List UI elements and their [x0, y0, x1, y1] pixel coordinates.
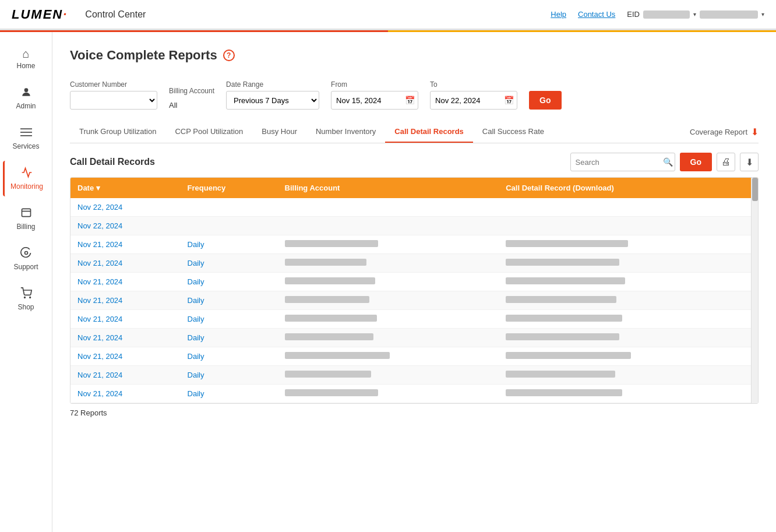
- date-link[interactable]: Nov 21, 2024: [77, 389, 122, 398]
- from-date-group: From 📅: [331, 80, 418, 110]
- billing-account-cell: ██████████████: [278, 329, 499, 347]
- help-icon[interactable]: ?: [223, 50, 235, 61]
- table-actions: 🔍 Go 🖨 ⬇: [570, 153, 759, 171]
- tab-trunk-group[interactable]: Trunk Group Utilization: [70, 121, 165, 143]
- to-calendar-icon[interactable]: 📅: [504, 96, 514, 105]
- table-header-row: Call Detail Records 🔍 Go 🖨 ⬇: [70, 153, 759, 171]
- frequency-cell: [181, 217, 278, 235]
- tab-call-detail[interactable]: Call Detail Records: [385, 121, 473, 143]
- download-cell: ████████████████████: [499, 254, 758, 273]
- table-row: Nov 21, 2024Daily███████████████████████…: [70, 366, 758, 385]
- table-row: Nov 21, 2024Daily███████████████████████…: [70, 291, 758, 310]
- filter-go-button[interactable]: Go: [529, 91, 561, 110]
- frequency-cell: Daily: [181, 273, 278, 291]
- svg-point-6: [24, 252, 27, 255]
- frequency-cell: Daily: [181, 254, 278, 273]
- billing-account-cell: ██████████████: [278, 366, 499, 385]
- tab-ccp-pool[interactable]: CCP Pool Utilization: [165, 121, 252, 143]
- table-header-row: Date ▾ Frequency Billing Account Call De…: [70, 178, 758, 198]
- date-link[interactable]: Nov 21, 2024: [77, 277, 122, 286]
- date-link[interactable]: Nov 21, 2024: [77, 371, 122, 379]
- customer-number-group: Customer Number: [70, 80, 157, 110]
- svg-rect-3: [20, 135, 32, 136]
- sidebar-item-admin[interactable]: Admin: [3, 80, 50, 116]
- download-cell: ████████████████████: [499, 273, 758, 291]
- sidebar-label-home: Home: [16, 62, 35, 70]
- billing-account-cell: ██████████████: [278, 235, 499, 254]
- date-link[interactable]: Nov 21, 2024: [77, 240, 122, 249]
- sidebar-item-home[interactable]: ⌂ Home: [3, 42, 50, 76]
- sidebar-item-services[interactable]: Services: [3, 121, 50, 156]
- app-title: Control Center: [85, 9, 146, 20]
- frequency-cell: Daily: [181, 291, 278, 310]
- sidebar-label-shop: Shop: [17, 303, 34, 311]
- date-link[interactable]: Nov 21, 2024: [77, 315, 122, 323]
- date-link[interactable]: Nov 21, 2024: [77, 296, 122, 305]
- search-go-button[interactable]: Go: [680, 153, 712, 171]
- user-dropdown-arrow[interactable]: ▾: [761, 11, 764, 17]
- sidebar-label-services: Services: [12, 142, 39, 150]
- tab-number-inventory[interactable]: Number Inventory: [306, 121, 385, 143]
- tab-call-success[interactable]: Call Success Rate: [473, 121, 553, 143]
- contact-link[interactable]: Contact Us: [578, 10, 615, 19]
- download-button[interactable]: ⬇: [740, 153, 759, 171]
- billing-icon: [20, 207, 32, 220]
- reports-count: 72 Reports: [70, 408, 759, 417]
- filter-row: Customer Number Billing Account All Date…: [70, 80, 759, 110]
- search-wrap: 🔍: [570, 153, 675, 171]
- scrollbar[interactable]: [751, 178, 758, 403]
- billing-account-cell: ██████████████: [278, 310, 499, 329]
- shop-icon: [20, 287, 32, 301]
- sidebar-item-monitoring[interactable]: Monitoring: [3, 161, 50, 196]
- col-billing-account: Billing Account: [278, 178, 499, 198]
- tabs-bar: Trunk Group Utilization CCP Pool Utiliza…: [70, 121, 759, 143]
- table-row: Nov 21, 2024Daily███████████████████████…: [70, 310, 758, 329]
- frequency-cell: Daily: [181, 329, 278, 347]
- sidebar-item-shop[interactable]: Shop: [3, 281, 50, 317]
- support-icon: [20, 247, 32, 260]
- sidebar-label-monitoring: Monitoring: [10, 182, 43, 191]
- to-date-wrap: 📅: [430, 91, 517, 110]
- table-row: Nov 22, 2024: [70, 217, 758, 235]
- main-content: Voice Complete Reports ? Customer Number…: [52, 30, 776, 532]
- date-range-label: Date Range: [226, 80, 319, 89]
- date-link[interactable]: Nov 22, 2024: [77, 203, 122, 212]
- eid-section: EID ▾ ▾: [627, 10, 764, 19]
- download-cell: ████████████████████: [499, 235, 758, 254]
- scrollbar-thumb: [752, 178, 758, 201]
- billing-account-cell: [278, 198, 499, 217]
- search-input[interactable]: [570, 153, 675, 171]
- table-row: Nov 22, 2024: [70, 198, 758, 217]
- date-link[interactable]: Nov 21, 2024: [77, 259, 122, 267]
- table-title: Call Detail Records: [70, 157, 155, 167]
- sidebar-item-support[interactable]: Support: [3, 241, 50, 277]
- lumen-logo: LUMEN·: [12, 7, 68, 22]
- from-date-label: From: [331, 80, 418, 89]
- tab-busy-hour[interactable]: Busy Hour: [252, 121, 306, 143]
- frequency-cell: Daily: [181, 235, 278, 254]
- coverage-report-link[interactable]: Coverage Report ⬇: [690, 126, 759, 138]
- sidebar-label-admin: Admin: [16, 102, 36, 110]
- date-link[interactable]: Nov 21, 2024: [77, 352, 122, 361]
- eid-dropdown-arrow[interactable]: ▾: [693, 11, 696, 17]
- customer-number-select[interactable]: [70, 91, 157, 110]
- date-link[interactable]: Nov 22, 2024: [77, 221, 122, 230]
- from-calendar-icon[interactable]: 📅: [405, 96, 415, 105]
- billing-account-cell: [278, 217, 499, 235]
- sidebar-item-billing[interactable]: Billing: [3, 201, 50, 237]
- date-range-select[interactable]: Previous 7 Days Previous 30 Days Custom: [226, 91, 319, 110]
- svg-rect-4: [22, 209, 30, 216]
- coverage-report-label: Coverage Report: [690, 128, 747, 136]
- data-table: Date ▾ Frequency Billing Account Call De…: [70, 178, 758, 403]
- col-date[interactable]: Date ▾: [70, 178, 181, 198]
- help-link[interactable]: Help: [551, 10, 566, 19]
- search-icon-button[interactable]: 🔍: [663, 157, 673, 167]
- col-frequency: Frequency: [181, 178, 278, 198]
- table-row: Nov 21, 2024Daily███████████████████████…: [70, 273, 758, 291]
- svg-point-8: [29, 297, 30, 298]
- print-button[interactable]: 🖨: [717, 153, 735, 171]
- date-link[interactable]: Nov 21, 2024: [77, 333, 122, 342]
- sidebar-label-billing: Billing: [16, 223, 35, 231]
- eid-label: EID: [627, 10, 640, 19]
- sidebar-label-support: Support: [13, 263, 38, 271]
